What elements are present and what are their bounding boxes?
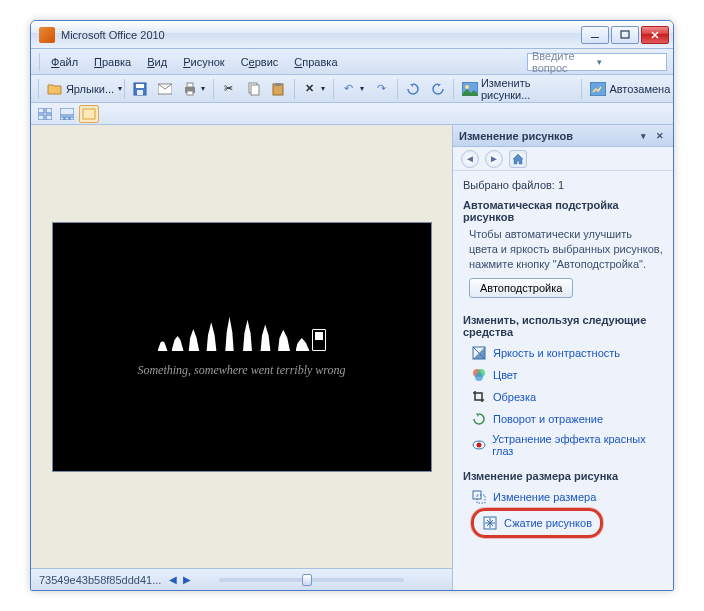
auto-section-title: Автоматическая подстройка рисунков [463,199,663,223]
svg-rect-9 [251,85,259,95]
svg-rect-14 [590,82,606,96]
thumbnail-view-button[interactable] [35,105,55,123]
copy-icon [246,81,261,97]
app-window: Microsoft Office 2010 Файл Правка Вид Ри… [30,20,674,591]
svg-rect-18 [46,115,52,120]
prev-image-button[interactable]: ◀ [169,574,177,585]
minimize-button[interactable] [581,26,609,44]
menu-edit[interactable]: Правка [87,52,138,72]
toolbar: Ярлыки... ▾ ▾ ✂ ✕▾ ↶▾ ↷ Изменить рисунки… [31,75,673,103]
nav-home-button[interactable] [509,150,527,168]
svg-rect-23 [83,109,95,119]
search-placeholder: Введите вопрос [532,50,597,74]
help-search-input[interactable]: Введите вопрос ▾ [527,53,667,71]
rotate-left-icon [405,81,420,97]
svg-point-27 [475,373,483,381]
canvas[interactable]: Something, somewhere went terribly wrong [31,125,452,568]
folder-icon [47,81,63,97]
edit-tools-list: Яркость и контрастность Цвет Обрезка Пов… [469,342,663,460]
nav-back-button[interactable]: ◄ [461,150,479,168]
menu-help[interactable]: Справка [287,52,344,72]
cut-icon: ✂ [222,81,237,97]
copy-button[interactable] [241,78,266,100]
change-pictures-button[interactable]: Изменить рисунки... [457,78,579,100]
window-title: Microsoft Office 2010 [61,29,581,41]
content-area: Something, somewhere went terribly wrong… [31,125,673,590]
mail-icon [158,81,173,97]
menu-tools[interactable]: Сервис [234,52,286,72]
evolution-silhouettes [158,315,326,351]
svg-rect-6 [187,83,193,87]
tool-redeye[interactable]: Устранение эффекта красных глаз [469,430,663,460]
tool-compress-highlight: Сжатие рисунков [471,508,603,538]
mail-button[interactable] [153,78,178,100]
zoom-slider[interactable] [219,578,404,582]
resize-section-title: Изменение размера рисунка [463,470,663,482]
print-button[interactable]: ▾ [178,78,210,100]
tool-rotate[interactable]: Поворот и отражение [469,408,663,430]
svg-rect-19 [60,108,74,115]
tool-color[interactable]: Цвет [469,364,663,386]
resize-icon [471,489,487,505]
selected-count: Выбрано файлов: 1 [463,179,663,191]
taskpane: Изменение рисунков ▾ ✕ ◄ ► Выбрано файло… [453,125,673,590]
nav-forward-button[interactable]: ► [485,150,503,168]
auto-section-desc: Чтобы автоматически улучшить цвета и ярк… [469,227,663,272]
svg-rect-11 [275,83,281,86]
filmstrip-view-button[interactable] [57,105,77,123]
redo-icon: ↷ [374,81,389,97]
cut-button[interactable]: ✂ [217,78,242,100]
svg-rect-3 [137,90,143,95]
menu-file[interactable]: Файл [44,52,85,72]
color-icon [471,367,487,383]
menu-view[interactable]: Вид [140,52,174,72]
svg-rect-0 [621,31,629,38]
svg-rect-2 [136,84,144,88]
svg-point-13 [465,85,469,89]
picture: Something, somewhere went terribly wrong [52,222,432,472]
statusbar: 73549e43b58f85ddd41... ◀ ▶ [31,568,452,590]
taskpane-nav: ◄ ► [453,147,673,171]
paste-button[interactable] [266,78,291,100]
taskpane-title: Изменение рисунков [459,130,633,142]
close-button[interactable] [641,26,669,44]
svg-point-29 [476,442,481,447]
redeye-icon [471,437,486,453]
image-caption: Something, somewhere went terribly wrong [137,363,345,378]
compress-icon [482,515,498,531]
redo-button[interactable]: ↷ [369,78,394,100]
delete-button[interactable]: ✕▾ [298,78,330,100]
tool-resize[interactable]: Изменение размера [469,486,663,508]
chevron-down-icon: ▾ [597,57,662,67]
picture-icon [462,81,478,97]
slider-thumb[interactable] [302,574,312,586]
rotate-left-button[interactable] [400,78,425,100]
svg-rect-21 [65,117,69,120]
shortcuts-button[interactable]: Ярлыки... ▾ [42,78,121,100]
next-image-button[interactable]: ▶ [183,574,191,585]
svg-rect-7 [187,91,193,95]
tool-brightness[interactable]: Яркость и контрастность [469,342,663,364]
svg-rect-22 [70,117,74,120]
autoreplace-button[interactable]: Автозамена [585,78,669,100]
svg-rect-16 [46,108,52,113]
menu-picture[interactable]: Рисунок [176,52,232,72]
rotate-right-button[interactable] [425,78,450,100]
taskpane-menu-button[interactable]: ▾ [636,129,650,143]
rotate-right-icon [430,81,445,97]
save-icon [133,81,148,97]
taskpane-close-button[interactable]: ✕ [653,129,667,143]
crop-icon [471,389,487,405]
svg-rect-20 [60,117,64,120]
save-button[interactable] [128,78,153,100]
app-icon [39,27,55,43]
tool-compress[interactable]: Сжатие рисунков [482,515,592,531]
undo-button[interactable]: ↶▾ [337,78,369,100]
print-icon [183,81,197,97]
tool-crop[interactable]: Обрезка [469,386,663,408]
edit-section-title: Изменить, используя следующие средства [463,314,663,338]
maximize-button[interactable] [611,26,639,44]
single-view-button[interactable] [79,105,99,123]
auto-adjust-button[interactable]: Автоподстройка [469,278,573,298]
menubar: Файл Правка Вид Рисунок Сервис Справка В… [31,49,673,75]
